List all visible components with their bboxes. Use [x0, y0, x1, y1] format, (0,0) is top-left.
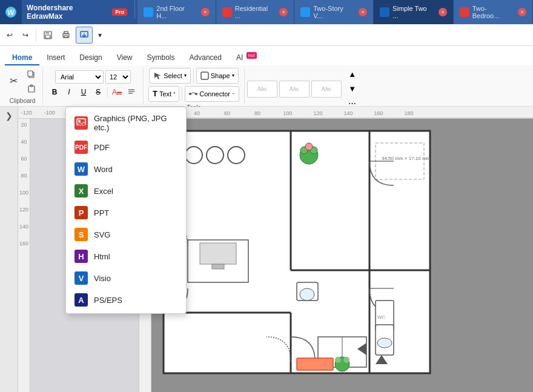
tab-two-bedroom[interactable]: Two-Bedroo... × [454, 0, 533, 24]
floor-plan-svg[interactable]: 34.50 mm × 17.10 mm WC [157, 125, 436, 385]
tab-design[interactable]: Design [72, 51, 109, 65]
pseps-icon: A [74, 293, 88, 307]
bold-button[interactable]: B [48, 85, 61, 99]
svg-label: SVG [94, 230, 110, 239]
svg-point-56 [343, 357, 349, 363]
export-ppt-item[interactable]: P PPT [66, 202, 186, 224]
ai-badge: hot [247, 52, 257, 59]
tab-view[interactable]: View [110, 51, 140, 65]
export-graphics-item[interactable]: Graphics (PNG, JPG etc.) [66, 110, 186, 136]
svg-point-28 [185, 147, 202, 164]
svg-rect-18 [201, 72, 208, 79]
visio-label: Visio [94, 274, 111, 283]
more-button[interactable]: ▾ [94, 27, 106, 44]
tab-ai[interactable]: AI hot [229, 50, 264, 65]
select-dropdown[interactable]: Select ▾ [149, 68, 191, 84]
separator [36, 28, 36, 42]
svg-point-55 [335, 357, 341, 363]
export-pdf-item[interactable]: PDF PDF [66, 136, 186, 158]
tick: 100 [19, 190, 28, 196]
tick: -120 [21, 110, 32, 116]
styles-down-button[interactable]: ▼ [344, 82, 361, 96]
tab-label: Two-Story V... [313, 5, 354, 19]
svg-rect-53 [297, 358, 333, 370]
tab-close[interactable]: × [439, 8, 447, 16]
tab-advanced[interactable]: Advanced [182, 51, 229, 65]
ruler-tick: 80 [242, 110, 273, 116]
undo-button[interactable]: ↩ [2, 27, 17, 44]
save-button[interactable] [39, 27, 56, 44]
tab-close[interactable]: × [279, 8, 288, 16]
text-dropdown[interactable]: T Text * [148, 86, 179, 102]
italic-button[interactable]: I [62, 85, 76, 99]
print-button[interactable] [58, 27, 74, 44]
tab-insert[interactable]: Insert [39, 51, 72, 65]
tab-two-story[interactable]: Two-Story V... × [294, 0, 374, 24]
tick: 80 [21, 173, 27, 179]
strikethrough-button[interactable]: S [91, 85, 105, 99]
ruler-tick: 140 [333, 110, 363, 116]
clipboard-label: Clipboard [10, 98, 36, 104]
export-html-item[interactable]: H Html [66, 245, 186, 267]
shape-label: Shape [211, 72, 230, 79]
tab-simple-two[interactable]: Simple Two ... × [374, 0, 454, 24]
tab-close[interactable]: × [201, 8, 210, 16]
export-svg-item[interactable]: S SVG [66, 224, 186, 245]
shape-dropdown[interactable]: Shape ▾ [196, 68, 239, 84]
pdf-icon: PDF [74, 141, 88, 154]
sidebar-toggle[interactable]: ❯ [2, 109, 16, 122]
tab-close[interactable]: × [518, 8, 526, 16]
font-color-button[interactable]: A▬ [110, 85, 124, 99]
sidebar: ❯ [0, 107, 18, 392]
canvas-main[interactable]: 20 40 60 80 100 120 140 160 [139, 119, 533, 392]
tab-close[interactable]: × [359, 8, 367, 16]
underline-button[interactable]: U [77, 85, 90, 99]
connector-label: Connector [199, 90, 230, 98]
tab-residential[interactable]: Residential ... × [216, 0, 294, 24]
font-name-select[interactable]: Arial [55, 70, 104, 84]
ruler-tick: 180 [394, 110, 424, 116]
font-size-select[interactable]: 12 [105, 70, 131, 84]
tab-label: Two-Bedroo... [472, 5, 513, 19]
text-label: Text [159, 90, 171, 98]
pseps-label: PS/EPS [94, 296, 122, 305]
ruler-tick: 160 [363, 110, 394, 116]
tick: 60 [21, 156, 27, 162]
redo-button[interactable]: ↪ [18, 27, 33, 44]
svg-point-48 [377, 338, 392, 348]
align-button[interactable] [125, 85, 138, 99]
paste-button[interactable] [23, 82, 40, 95]
tab-symbols[interactable]: Symbols [140, 51, 182, 65]
ribbon-toolbar: ✂ Clipboard Arial 12 B I [0, 65, 533, 107]
drawing-area[interactable]: 20 40 60 80 100 120 140 160 180 20 40 60… [139, 107, 533, 392]
tab-home[interactable]: Home [5, 51, 39, 65]
graphics-icon [74, 116, 88, 130]
html-label: Html [94, 252, 110, 261]
tick: 140 [19, 224, 28, 230]
graphics-label: Graphics (PNG, JPG etc.) [94, 114, 177, 132]
html-icon: H [74, 250, 88, 263]
export-word-item[interactable]: W Word [66, 158, 186, 180]
export-visio-item[interactable]: V Visio [66, 267, 186, 289]
shape-area: Shape ▾ [196, 68, 239, 84]
word-label: Word [94, 165, 113, 174]
connector-dropdown[interactable]: Connector ~ [185, 86, 239, 102]
styles-up-button[interactable]: ▲ [344, 68, 361, 81]
ppt-label: PPT [94, 208, 109, 218]
copy-button[interactable] [23, 68, 40, 81]
style-abc-2[interactable]: Abc [279, 81, 310, 98]
export-excel-item[interactable]: X Excel [66, 180, 186, 202]
svg-point-30 [228, 147, 245, 164]
select-area: Select ▾ [149, 68, 191, 84]
style-abc-3[interactable]: Abc [311, 81, 342, 98]
export-pseps-item[interactable]: A PS/EPS [66, 289, 186, 311]
tab-2nd-floor[interactable]: 2nd Floor H... × [137, 0, 216, 24]
style-abc-1[interactable]: Abc [247, 81, 277, 98]
ruler-vertical: 20 40 60 80 100 120 140 160 [18, 119, 30, 392]
pdf-label: PDF [94, 143, 110, 152]
svg-rect-7 [64, 36, 68, 38]
export-button[interactable] [76, 27, 93, 44]
svg-text:WC: WC [377, 314, 386, 320]
cut-button[interactable]: ✂ [5, 68, 22, 95]
svg-point-20 [195, 93, 197, 95]
